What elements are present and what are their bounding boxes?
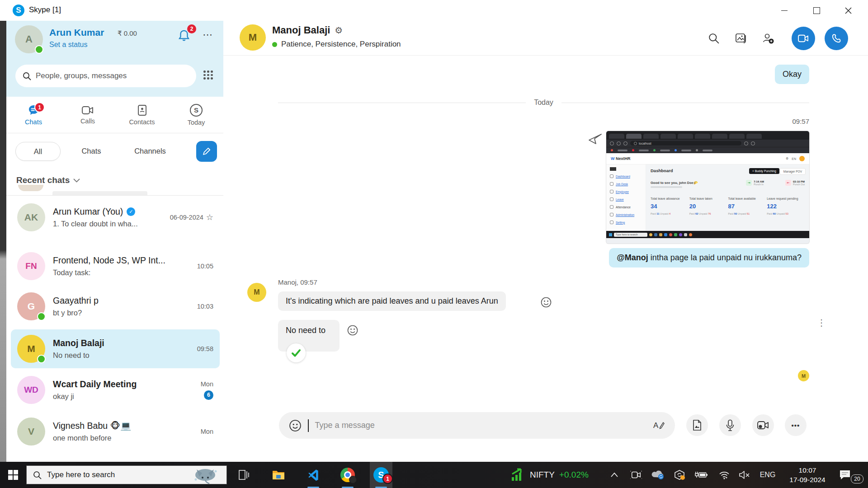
filter-all[interactable]: All	[15, 142, 61, 161]
chat-list-item-manoj-selected[interactable]: M Manoj Balaji No need to 09:58	[11, 329, 220, 368]
add-people-button[interactable]	[760, 31, 776, 46]
battery-tray-icon[interactable]	[692, 462, 711, 488]
filter-channels[interactable]: Channels	[123, 142, 177, 160]
meet-now-button[interactable]	[627, 462, 646, 488]
recent-chats-header[interactable]: Recent chats	[16, 175, 80, 185]
sidebar: A Arun Kumar ₹ 0.00 Set a status 2 ⋯ Peo…	[6, 21, 224, 462]
video-call-button[interactable]	[792, 27, 815, 50]
chat-name: Manoj Balaji	[53, 338, 104, 348]
chat-list-item-gaayathri[interactable]: G Gaayathri p bt y bro? 10:03	[11, 287, 220, 326]
volume-tray-icon[interactable]	[735, 462, 754, 488]
desktop-edge-left	[0, 21, 6, 462]
chat-name: Gaayathri p	[53, 296, 99, 306]
gallery-button[interactable]	[733, 31, 749, 46]
profile-name[interactable]: Arun Kumar	[49, 27, 104, 38]
tab-chats[interactable]: Chats 1	[6, 97, 61, 133]
maximize-button[interactable]	[803, 0, 830, 21]
stock-widget[interactable]: NIFTY +0.02%	[510, 462, 589, 488]
chrome-button[interactable]	[336, 462, 359, 488]
onedrive-tray-icon[interactable]	[648, 462, 667, 488]
tab-calls[interactable]: Calls	[61, 97, 115, 133]
tray-expand-button[interactable]	[605, 462, 624, 488]
taskbar-search-input[interactable]: Type here to search	[26, 465, 227, 484]
chat-list-partial-item	[18, 185, 212, 195]
incoming-message-1[interactable]: It's indicating which are paid leaves an…	[278, 291, 506, 311]
taskbar-clock[interactable]: 10:07 17-09-2024	[786, 465, 829, 484]
chat-time: 10:03	[197, 303, 213, 310]
video-message-button[interactable]	[752, 414, 774, 436]
video-camera-icon	[797, 34, 809, 43]
chat-time: Mon	[201, 428, 213, 435]
clock-time: 10:07	[786, 465, 829, 475]
search-conversation-button[interactable]	[706, 31, 722, 46]
favorite-star-icon[interactable]: ☆	[206, 212, 213, 222]
minimize-button[interactable]	[771, 0, 797, 21]
audio-call-button[interactable]	[825, 27, 848, 50]
checkmark-reaction[interactable]	[287, 343, 306, 362]
conversation-header[interactable]: M Manoj Balaji ⚙ Patience, Persistence, …	[223, 21, 868, 56]
add-reaction-smiley-icon[interactable]	[347, 324, 359, 336]
emoji-picker-icon[interactable]	[289, 419, 302, 432]
conversation-title: Manoj Balaji	[272, 24, 330, 36]
file-explorer-button[interactable]	[268, 462, 289, 488]
start-button[interactable]	[0, 462, 26, 488]
sender-and-time: Manoj, 09:57	[278, 278, 317, 286]
avatar[interactable]: M	[247, 283, 266, 302]
add-person-icon	[762, 33, 774, 44]
language-indicator[interactable]: ENG	[756, 462, 779, 488]
message-input[interactable]: Type a message A	[279, 412, 675, 439]
chevron-down-icon	[73, 178, 80, 183]
browser-address-bar: localhost	[606, 140, 809, 147]
mention[interactable]: @Manoj	[617, 253, 648, 262]
shared-image-dashboard-screenshot[interactable]: localhost W NextHR ⚙EN Dashboard Job Des…	[606, 131, 809, 244]
vscode-button[interactable]	[302, 462, 325, 488]
thumbnail-taskbar: Type here to search	[606, 231, 809, 238]
outgoing-message-okay[interactable]: Okay	[775, 65, 809, 84]
formatting-icon[interactable]: A	[652, 420, 665, 432]
compose-pencil-icon	[202, 146, 212, 156]
presence-online-dot	[37, 312, 46, 321]
mood-message: Patience, Persistence, Perspiration	[281, 40, 401, 49]
chat-list-item-frontend-group[interactable]: FN Frontend, Node JS, WP Int... Today ta…	[11, 247, 220, 286]
chat-list-item-vignesh[interactable]: V Vignesh Babu 🐵💻 one month before Mon	[11, 412, 220, 451]
contacts-icon	[137, 104, 147, 116]
search-input[interactable]: People, groups, messages	[15, 65, 196, 87]
forward-message-icon[interactable]	[588, 132, 603, 145]
close-button[interactable]	[835, 0, 861, 21]
tab-today[interactable]: S Today	[169, 97, 223, 133]
chat-name: Frontend, Node JS, WP Int...	[53, 255, 165, 266]
chat-list-item-wcart[interactable]: WD Wcart Daily Meeting okay ji Mon 6	[11, 371, 220, 409]
file-image-icon	[692, 419, 703, 431]
windows-logo-icon	[8, 469, 19, 480]
message-options-kebab[interactable]: ⋮	[817, 317, 826, 328]
text-cursor	[308, 419, 309, 432]
tab-chats-label: Chats	[25, 118, 42, 126]
browser-bookmarks-bar	[606, 147, 809, 153]
close-icon	[845, 7, 852, 14]
set-status-link[interactable]: Set a status	[49, 41, 88, 49]
outgoing-message-caption[interactable]: @Manoj intha page la paid unpaid nu iruk…	[609, 248, 809, 267]
conversation-settings-gear-icon[interactable]: ⚙	[335, 25, 343, 36]
dialpad-icon[interactable]	[203, 70, 213, 80]
task-view-button[interactable]	[233, 462, 255, 488]
voice-message-button[interactable]	[719, 414, 741, 436]
chat-name: Vignesh Babu 🐵💻	[53, 421, 131, 431]
video-message-icon	[757, 420, 769, 431]
avatar[interactable]: A	[15, 25, 43, 53]
more-options-button[interactable]: •••	[785, 414, 807, 436]
punch-in-chip: ⇥ 7:16 AMPunch In	[746, 180, 764, 186]
search-highlight-stingray-image[interactable]	[190, 466, 220, 484]
day-divider: Today	[278, 99, 809, 107]
sync-status-tray-icon[interactable]	[670, 462, 689, 488]
chat-list-item-arun-you[interactable]: AK Arun Kumar (You) ✓ 1. To clear doubt …	[11, 198, 220, 237]
profile-more-menu[interactable]: ⋯	[203, 29, 213, 41]
wifi-tray-icon[interactable]	[715, 462, 733, 488]
tab-contacts[interactable]: Contacts	[115, 97, 169, 133]
new-chat-button[interactable]	[196, 141, 217, 162]
add-reaction-smiley-icon[interactable]	[540, 296, 552, 308]
skype-credit-balance[interactable]: ₹ 0.00	[118, 29, 137, 38]
sidebar-profile-area: A Arun Kumar ₹ 0.00 Set a status 2 ⋯ Peo…	[6, 21, 223, 97]
filter-chats[interactable]: Chats	[69, 142, 114, 160]
incoming-message-2[interactable]: No need to	[278, 320, 340, 352]
send-file-button[interactable]	[686, 414, 708, 436]
